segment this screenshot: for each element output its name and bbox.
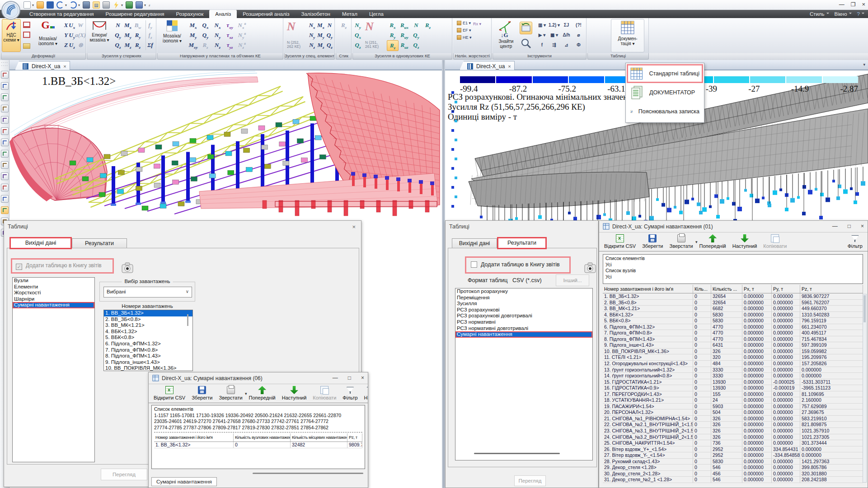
mosaic-isofield-button[interactable]: G Мозаїка/ізополя ▾ — [34, 19, 61, 52]
list-item[interactable]: 4. ВБК<1.32> — [104, 329, 192, 335]
minimize-button[interactable]: — — [832, 221, 838, 232]
ribbon-tab[interactable]: Цегла — [363, 10, 389, 18]
left-tool-icon[interactable] — [1, 105, 9, 112]
list-item[interactable]: РСЗ нормативні — [455, 319, 592, 325]
letter-button[interactable]: Mx — [123, 20, 133, 30]
toolbar-button[interactable]: Попередній — [696, 234, 729, 249]
letter-button[interactable]: Qz — [410, 40, 422, 51]
letter-button[interactable]: Z — [63, 40, 69, 50]
toolbar-button[interactable]: Наступний — [729, 234, 760, 249]
load-numbers-list[interactable]: 1. ВВ_ЗБ<1.32>2. ВВ_ЗБ<0.8>3. ВВ_МК<1.21… — [103, 310, 193, 371]
letter-button[interactable]: Rz — [199, 40, 211, 50]
tool-button[interactable]: Δ/h — [560, 30, 572, 40]
server-icon[interactable] — [83, 1, 90, 9]
letter-button[interactable]: fy — [146, 20, 155, 30]
list-item[interactable]: Жорсткості — [13, 290, 94, 296]
rx-button[interactable]: Rx ▾ — [473, 22, 481, 26]
window-title-bar[interactable]: Direct-X_ua: Сумарні навантаження (01) —… — [599, 221, 868, 232]
toolbar-button[interactable]: Зверстати — [216, 386, 246, 400]
viewport-splitter[interactable] — [442, 60, 445, 488]
toolbar-button[interactable]: Зберегти — [639, 234, 666, 249]
special-n-button[interactable]: N N (252, 262 КЕ) — [287, 21, 307, 49]
letter-button[interactable]: Qy — [410, 30, 422, 40]
letter-button[interactable]: Ny — [211, 30, 224, 40]
letter-button[interactable]: τxy — [224, 20, 236, 30]
tool-button[interactable]: ⇶ — [548, 40, 560, 50]
window-title-bar[interactable]: Direct-X_ua: Сумарні навантаження (06) —… — [149, 372, 368, 384]
zoom-icon[interactable] — [521, 38, 531, 49]
tab-close-icon[interactable]: × — [508, 64, 511, 69]
table-row[interactable]: 1. ВВ_ЗБ<1.32>0326540.0000000.0000009836… — [603, 293, 863, 300]
list-item[interactable]: Сумарні навантаження — [13, 302, 94, 308]
left-tool-icon[interactable] — [1, 195, 9, 203]
close-button[interactable]: × — [361, 372, 364, 383]
toolbar-button[interactable]: Фільтр — [845, 234, 866, 249]
table-row[interactable]: 29. Декор_стеля <1.28>05460.0000000.0000… — [603, 465, 863, 471]
ribbon-tab[interactable]: Аналіз — [209, 10, 237, 18]
tool-button[interactable]: ⊿ — [560, 40, 572, 50]
epure-mosaic-button[interactable]: Епюри/мозаїка ▾ — [89, 20, 110, 52]
new-document-icon[interactable] — [23, 1, 31, 9]
list-item[interactable]: Шарніри — [13, 296, 94, 302]
table-row[interactable]: 21. СНІГОВА_№1_РІВНОМІРНА<1.54>03260.000… — [603, 416, 863, 422]
letter-button[interactable] — [422, 40, 434, 51]
tool-button[interactable]: 1.2) ▾ — [548, 20, 560, 30]
list-item[interactable]: РСЗ розрахункові довготривалі — [455, 313, 592, 319]
toolbar-button[interactable]: На сх — [361, 386, 368, 400]
letter-button[interactable]: τxz — [224, 30, 236, 40]
letter-button[interactable]: Qy — [113, 30, 123, 40]
help-menu[interactable]: ? — [857, 10, 864, 18]
app-logo-icon[interactable] — [1, 0, 21, 20]
letter-button[interactable]: Nz — [211, 40, 224, 50]
add-to-report-checkbox[interactable]: ✓Додати таблицю в Книгу звітів — [12, 260, 113, 270]
letter-button[interactable]: Ruy — [399, 30, 410, 40]
toolbar-button[interactable]: Зверстати — [666, 234, 696, 249]
letter-button[interactable]: Σf — [146, 40, 155, 50]
letter-button[interactable]: Nx — [308, 20, 316, 30]
letter-button[interactable] — [422, 30, 434, 40]
letter-button[interactable]: τyz — [224, 40, 236, 50]
camera-icon[interactable] — [103, 1, 110, 9]
table-row[interactable]: 10. ВВ_ПОКРІВЛЯ_МК<1.36>03260.0000000.00… — [603, 349, 863, 355]
table-row[interactable]: 27. Вітер вздовж_Y-_<1.54>029520.000000-… — [603, 452, 863, 459]
snapshot-camera-icon[interactable] — [584, 261, 596, 275]
preview-button[interactable]: Перегляд — [101, 469, 147, 480]
table-row[interactable]: 2. ВВ_ЗБ<0.8>0326540.0000000.0000005961.… — [603, 300, 863, 306]
tool-button[interactable]: ⌀ — [572, 30, 585, 40]
letter-button[interactable]: Rz — [133, 40, 143, 50]
letter-button[interactable]: Y — [63, 30, 69, 40]
plates-mosaic-button[interactable]: Мозаїка/ізополя ▾ — [160, 20, 184, 52]
menu-item[interactable]: Пояснювальна записка — [627, 102, 703, 121]
letter-button[interactable]: Ry — [133, 30, 143, 40]
toolbar-button[interactable]: Відкрити CSV — [150, 386, 188, 400]
load-selection-combo[interactable]: Вибрані∨ — [103, 287, 192, 297]
lock-icon[interactable] — [136, 1, 143, 9]
book-preview-icon[interactable]: ▤ — [93, 1, 100, 9]
letter-button[interactable]: Qx — [199, 20, 211, 30]
minimize-button[interactable]: — — [839, 0, 845, 9]
vertical-scrollbar[interactable] — [863, 294, 867, 483]
selection-info[interactable]: Список елементівУсіСписок вузлівУсі — [603, 254, 863, 284]
building-3d-icon[interactable] — [126, 1, 133, 9]
menu-item[interactable]: ДОКУМЕНТАТОР — [627, 83, 703, 102]
snapshot-camera-icon[interactable] — [121, 261, 134, 275]
table-row[interactable]: 31. Декор_стеля_№2_1 <1.28>05460.0000000… — [603, 477, 863, 483]
letter-button[interactable]: Nza — [236, 40, 248, 50]
close-button[interactable]: × — [862, 0, 865, 9]
letter-button[interactable]: Nya — [236, 30, 248, 40]
table-row[interactable]: 5. ВБК<0.8>058300.0000000.000000796.1591… — [603, 318, 863, 324]
table-row[interactable]: 15. ГІДРОСТАТИКА<1.21>0139300.000000-0.0… — [603, 379, 863, 386]
table-row[interactable]: 14. ґрунт горизонтальний<0.8>033300.0000… — [603, 373, 863, 379]
minimize-button[interactable]: — — [333, 372, 338, 383]
table-row[interactable]: 16. ГІДРОСТАТИКА<0.9>0139300.000000-0.00… — [603, 385, 863, 391]
other-format-button[interactable]: Інший... — [556, 274, 589, 286]
letter-button[interactable]: N — [325, 20, 334, 30]
list-item[interactable]: 5. ВБК<0.8> — [104, 335, 192, 341]
table-row[interactable]: 19. ПАСАЖИРИ<1.54>059030.0000000.0000007… — [603, 404, 863, 410]
table-row[interactable]: 30. Декор_стеля_2<1.28>04560.0000000.000… — [603, 471, 863, 477]
letter-button[interactable]: X — [63, 20, 69, 30]
table-row[interactable]: 4. ВБК<1.32>058300.0000000.0000001310.54… — [603, 312, 863, 318]
letter-button[interactable]: fz — [146, 30, 155, 40]
frame2-icon[interactable] — [23, 32, 30, 38]
list-item[interactable]: Протокол розрахунку — [455, 288, 592, 295]
